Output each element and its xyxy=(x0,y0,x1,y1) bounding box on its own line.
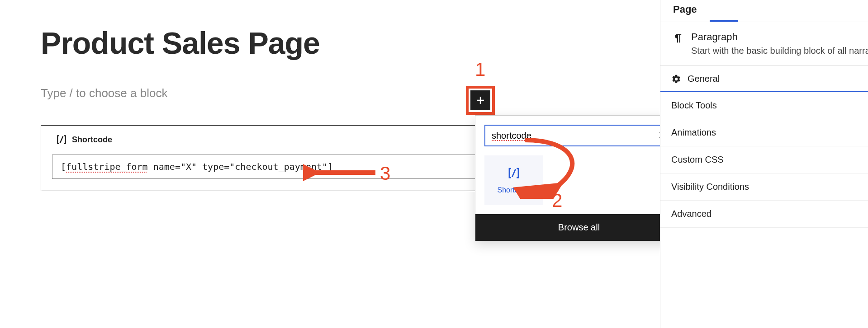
paragraph-icon xyxy=(671,32,684,45)
editor-canvas: Product Sales Page Type / to choose a bl… xyxy=(41,27,493,191)
sidebar-panel-label: Visibility Conditions xyxy=(671,182,749,192)
sidebar-panel-label: Block Tools xyxy=(671,100,717,111)
page-title[interactable]: Product Sales Page xyxy=(41,27,493,59)
sidebar-panel-block-tools[interactable]: Block Tools xyxy=(660,92,868,119)
shortcode-block-label: Shortcode xyxy=(72,135,112,145)
shortcode-icon xyxy=(507,166,521,180)
browse-all-button[interactable]: Browse all xyxy=(475,214,683,241)
sidebar-panel-label: Custom CSS xyxy=(671,155,724,165)
block-inserter-popover: ✕ Shortcode Browse all xyxy=(475,115,683,241)
sidebar-tabs: Page xyxy=(660,0,868,22)
sidebar-panel-label: General xyxy=(688,74,720,84)
sidebar-panel-animations[interactable]: Animations xyxy=(660,119,868,146)
settings-sidebar: Page Paragraph Start with the basic buil… xyxy=(660,0,868,328)
inserter-search[interactable]: ✕ xyxy=(484,125,674,146)
gear-icon xyxy=(671,74,681,84)
plus-icon xyxy=(475,95,486,106)
inserter-result-label: Shortcode xyxy=(498,186,531,194)
shortcode-block[interactable]: Shortcode [fullstripe_form name="X" type… xyxy=(41,125,493,191)
sidebar-panel-visibility[interactable]: Visibility Conditions xyxy=(660,173,868,201)
shortcode-icon xyxy=(56,134,67,145)
sidebar-block-info: Paragraph Start with the basic building … xyxy=(660,22,868,66)
sidebar-panel-label: Animations xyxy=(671,127,716,138)
inserter-search-input[interactable] xyxy=(492,131,658,141)
sidebar-panel-general[interactable]: General xyxy=(660,66,868,92)
block-placeholder[interactable]: Type / to choose a block xyxy=(41,86,493,100)
shortcode-input[interactable]: [fullstripe_form name="X" type="checkout… xyxy=(52,155,482,179)
tab-page[interactable]: Page xyxy=(660,0,710,22)
sidebar-panel-advanced[interactable]: Advanced xyxy=(660,201,868,228)
sidebar-block-desc: Start with the basic building block of a… xyxy=(691,46,868,56)
sidebar-block-name: Paragraph xyxy=(691,31,868,43)
sidebar-panel-label: Advanced xyxy=(671,209,711,219)
sidebar-panel-custom-css[interactable]: Custom CSS xyxy=(660,146,868,173)
tab-block[interactable] xyxy=(710,0,738,22)
add-block-button[interactable] xyxy=(470,90,490,110)
shortcode-text: [fullstripe_form name="X" type="checkout… xyxy=(61,161,333,172)
shortcode-block-header: Shortcode xyxy=(56,134,482,145)
inserter-result-shortcode[interactable]: Shortcode xyxy=(484,155,543,205)
